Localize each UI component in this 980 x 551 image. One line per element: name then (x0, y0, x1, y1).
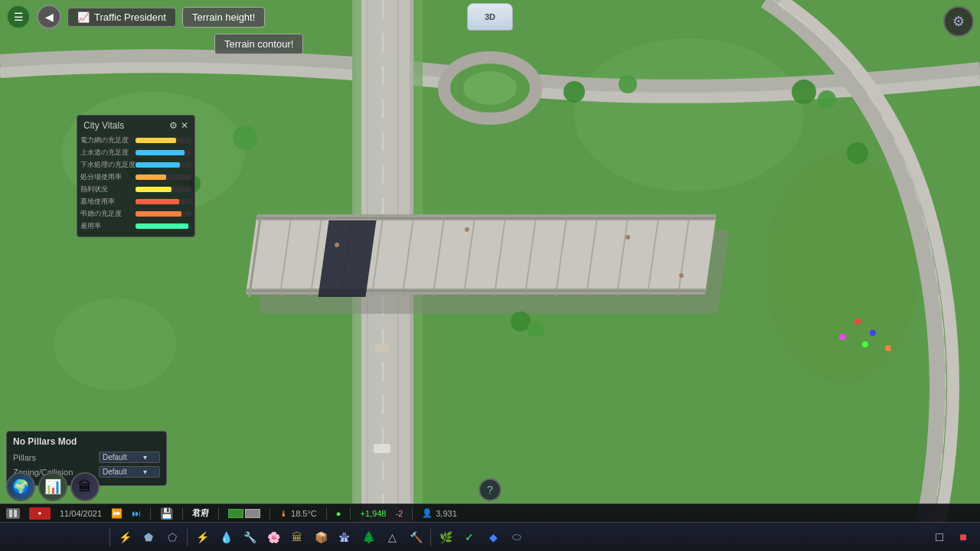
vitals-fill-water (136, 150, 185, 155)
help-button[interactable]: ? (479, 478, 501, 501)
tool-sep-3 (430, 528, 431, 546)
vitals-bar-cemetery (136, 199, 191, 204)
top-toolbar: ☰ ◀ 📈 Traffic President Terrain height! … (0, 0, 980, 34)
city-vitals-settings-icon[interactable]: ⚙ (169, 120, 178, 131)
zone-gray (245, 509, 260, 518)
svg-point-56 (885, 345, 891, 351)
menu-icon: ☰ (14, 11, 24, 23)
fast-forward-button[interactable]: ⏩ (111, 508, 122, 519)
power-tool-btn[interactable]: ⚡ (191, 527, 213, 548)
ellipse-icon: ⬭ (512, 530, 521, 543)
pipe-tool-btn[interactable]: 🔧 (239, 527, 260, 548)
chart-button[interactable]: 📊 (38, 472, 67, 501)
city-icons: 🌍 📊 🏛 (6, 472, 100, 501)
bulldoze-tool-btn[interactable]: 🔨 (405, 527, 426, 548)
zoning-display (228, 509, 260, 518)
svg-point-52 (679, 273, 684, 278)
garbage-tool-btn[interactable]: 🏛 (286, 527, 308, 548)
square-tool-btn[interactable]: □ (929, 527, 950, 548)
zoning-dropdown[interactable]: Default ▾ (99, 466, 160, 478)
money-positive-label: +1,948 (360, 509, 386, 518)
park-icon: 🌲 (362, 531, 375, 543)
city-vitals-panel: City Vitals ⚙ ✕ 電力網の充足度 上水道の充足度 下水処理の充足度… (77, 115, 195, 237)
bottom-toolbar: ⚡ ⬟ ⬠ ⚡ 💧 🔧 🌸 🏛 📦 🛣 🌲 △ 🔨 🌿 ✓ (0, 522, 980, 551)
zones-tool-btn[interactable]: 🌿 (435, 527, 456, 548)
unique-tool-btn[interactable]: △ (381, 527, 403, 548)
pillars-row: Pillars Default ▾ (13, 452, 160, 463)
happiness-display: ● (336, 509, 341, 518)
svg-point-42 (564, 81, 585, 103)
fire-icon: 🌸 (267, 531, 280, 543)
svg-rect-48 (375, 344, 389, 352)
pillars-value: Default (103, 453, 127, 461)
fire-tool-btn[interactable]: 🌸 (263, 527, 284, 548)
pillars-dropdown[interactable]: Default ▾ (99, 452, 160, 463)
city-vitals-close-icon[interactable]: ✕ (181, 120, 188, 131)
park-tool-btn[interactable]: 🌲 (358, 527, 379, 548)
menu-btn[interactable]: ☰ (6, 5, 31, 29)
money-positive-display: +1,948 (360, 509, 386, 518)
pause-bar-1 (9, 510, 12, 517)
separator-7 (412, 507, 413, 520)
vitals-fill-employment (136, 223, 188, 229)
back-btn[interactable]: ◀ (37, 5, 61, 29)
traffic-president-button[interactable]: 📈 Traffic President (67, 8, 176, 27)
vitals-row-landfill: 処分場使用率 (80, 172, 191, 182)
fastest-forward-button[interactable]: ⏭ (132, 508, 141, 519)
vitals-bar-funeral (136, 211, 191, 217)
road2-tool-btn[interactable]: ⬟ (138, 527, 159, 548)
money-negative-label: -2 (395, 509, 403, 518)
save-icon[interactable]: 💾 (160, 507, 173, 520)
terrain-contour-button[interactable]: Terrain contour! (214, 34, 303, 54)
vitals-row-employment: 雇用率 (80, 221, 191, 231)
vitals-label-water: 上水道の充足度 (80, 148, 136, 158)
terrain-height-button[interactable]: Terrain height! (182, 7, 265, 28)
red-tool-btn[interactable]: ■ (952, 527, 974, 548)
garbage-icon: 🏛 (292, 531, 302, 543)
svg-point-57 (839, 334, 845, 340)
tool-sep-2 (187, 528, 188, 546)
globe-button[interactable]: 🌍 (6, 472, 35, 501)
check-tool-btn[interactable]: ✓ (459, 527, 480, 548)
tool-sep-1 (109, 528, 110, 546)
vitals-label-employment: 雇用率 (80, 221, 136, 231)
vitals-fill-sewage (136, 162, 180, 168)
back-icon: ◀ (45, 11, 54, 23)
separator-4 (270, 507, 270, 520)
check-icon: ✓ (465, 531, 474, 543)
city-name-label: 君府 (192, 507, 209, 519)
pause-bar-2 (14, 510, 17, 517)
education-tool-btn[interactable]: 🛣 (334, 527, 355, 548)
svg-point-46 (847, 142, 868, 164)
chart-icon: 📈 (77, 11, 90, 23)
vitals-fill-power (136, 138, 176, 143)
vitals-row-heat: 熱利状況 (80, 184, 191, 194)
building-button[interactable]: 🏛 (70, 472, 100, 501)
vitals-bar-power (136, 138, 191, 143)
pillars-chevron-icon: ▾ (143, 453, 147, 461)
road3-tool-btn[interactable]: ⬠ (162, 527, 183, 548)
svg-point-2 (574, 38, 804, 191)
happiness-dot: ● (336, 509, 341, 518)
svg-point-53 (854, 318, 861, 324)
temperature-label: 18.5°C (291, 509, 317, 518)
zoning-value: Default (103, 468, 127, 476)
ellipse-tool-btn[interactable]: ⬭ (506, 527, 528, 548)
no-pillars-title: No Pillars Mod (13, 436, 160, 447)
water-tool-btn[interactable]: 💧 (215, 527, 237, 548)
settings-button[interactable]: ⚙ (943, 6, 974, 37)
vitals-fill-cemetery (136, 199, 179, 204)
settings-gear-icon: ⚙ (952, 13, 965, 30)
vitals-label-power: 電力網の充足度 (80, 135, 136, 145)
info-tool-btn[interactable]: ◆ (482, 527, 504, 548)
vitals-label-sewage: 下水処理の充足度 (80, 160, 136, 170)
money-negative-display: -2 (395, 509, 403, 518)
record-indicator: ● (29, 507, 51, 520)
svg-point-43 (619, 75, 637, 93)
road-tool-btn[interactable]: ⚡ (114, 527, 136, 548)
health-tool-btn[interactable]: 📦 (310, 527, 332, 548)
info-icon: ◆ (489, 531, 498, 543)
road-icon: ⚡ (119, 531, 132, 543)
vitals-row-water: 上水道の充足度 (80, 148, 191, 158)
pause-button[interactable] (6, 508, 20, 519)
